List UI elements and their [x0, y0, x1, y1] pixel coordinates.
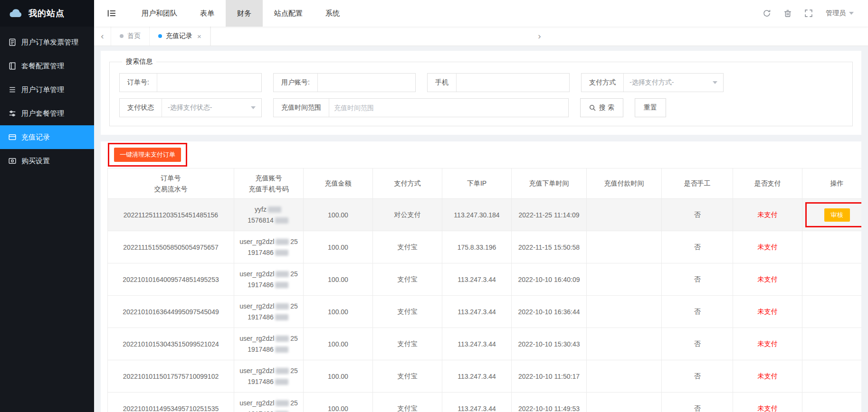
redacted-text	[276, 303, 289, 309]
content: 搜索信息 订单号: 用户账号: 手机	[94, 46, 868, 412]
trash-icon[interactable]	[784, 9, 792, 17]
user-account-input[interactable]	[318, 74, 415, 92]
cell-manual: 否	[662, 360, 733, 393]
table-row: 20221010163644995097545049user_rg2dzl251…	[108, 296, 862, 328]
table-row: 20221115155058505054975657user_rg2dzl251…	[108, 231, 862, 263]
cell-pay-method: 支付宝	[373, 231, 442, 263]
cell-action	[802, 393, 862, 412]
topnav-item[interactable]: 财务	[226, 0, 263, 27]
cell-amount: 100.00	[304, 263, 373, 296]
cell-paid-status: 未支付	[733, 328, 802, 360]
search-row-1: 订单号: 用户账号: 手机 支付方式 -选	[119, 73, 843, 92]
cell-paid-status: 未支付	[733, 263, 802, 296]
sidebar-item[interactable]: 用户订单发票管理	[0, 30, 94, 54]
cell-pay-time	[587, 328, 662, 360]
time-range-input[interactable]	[329, 99, 568, 117]
cell-account: user_rg2dzl251917486	[234, 328, 304, 360]
sidebar-item[interactable]: 购买设置	[0, 149, 94, 173]
cell-manual: 否	[662, 231, 733, 263]
table-row: 20221010164009574851495253user_rg2dzl251…	[108, 263, 862, 296]
cell-ip: 113.247.3.44	[442, 296, 512, 328]
audit-button[interactable]: 审核	[824, 208, 850, 222]
tab[interactable]: 充值记录×	[150, 27, 210, 46]
cell-amount: 100.00	[304, 393, 373, 412]
cell-order-no: 20221010153043515099521024	[108, 328, 234, 360]
cell-action	[802, 263, 862, 296]
order-no-field: 订单号:	[119, 73, 262, 92]
col-amount: 充值金额	[304, 169, 373, 199]
sidebar-item-label: 用户订单管理	[21, 85, 64, 94]
redacted-text	[275, 379, 288, 385]
cell-pay-method: 对公支付	[373, 199, 442, 231]
topnav-item[interactable]: 站点配置	[263, 0, 314, 27]
pay-method-select[interactable]: 支付方式 -选择支付方式-	[581, 73, 724, 92]
cell-pay-time	[587, 231, 662, 263]
search-panel: 搜索信息 订单号: 用户账号: 手机	[101, 51, 861, 135]
redacted-text	[275, 282, 288, 288]
fullscreen-icon[interactable]	[805, 9, 812, 17]
brand[interactable]: 我的站点	[0, 0, 94, 27]
user-menu[interactable]: 管理员	[826, 9, 854, 18]
redacted-text	[276, 336, 289, 342]
cell-amount: 100.00	[304, 360, 373, 393]
redacted-text	[276, 271, 289, 277]
reset-button[interactable]: 重置	[635, 98, 666, 117]
sidebar-item-label: 购买设置	[21, 157, 50, 166]
order-list-icon	[9, 86, 16, 94]
redacted-text	[275, 346, 288, 353]
table-row: 20221010114953495710251535user_rg2dzl251…	[108, 393, 862, 412]
sidebar-item[interactable]: 套餐配置管理	[0, 54, 94, 78]
cell-account: user_rg2dzl251917486	[234, 263, 304, 296]
table-header: 订单号交易流水号 充值账号充值手机号码 充值金额 支付方式 下单IP 充值下单时…	[108, 169, 862, 199]
cell-manual: 否	[662, 296, 733, 328]
cell-manual: 否	[662, 199, 733, 231]
collapse-sidebar-icon[interactable]	[107, 9, 116, 17]
tab-label: 首页	[127, 32, 141, 40]
tab-list: 首页充值记录×	[111, 27, 210, 46]
cell-order-time: 2022-10-10 16:40:09	[512, 263, 587, 296]
sidebar: 我的站点 用户订单发票管理套餐配置管理用户订单管理用户套餐管理充值记录购买设置	[0, 0, 94, 412]
sidebar-item[interactable]: 用户订单管理	[0, 78, 94, 102]
table-toolbar: 一键清理未支付订单	[107, 141, 855, 168]
cell-order-time: 2022-10-10 11:50:17	[512, 360, 587, 393]
main-column: 用户和团队表单财务站点配置系统 管理员 ‹ 首页充值记录×	[94, 0, 868, 412]
cell-pay-method: 支付宝	[373, 263, 442, 296]
topnav-item[interactable]: 表单	[189, 0, 226, 27]
sidebar-menu: 用户订单发票管理套餐配置管理用户订单管理用户套餐管理充值记录购买设置	[0, 27, 94, 173]
cell-amount: 100.00	[304, 296, 373, 328]
col-pay-method: 支付方式	[373, 169, 442, 199]
topbar: 用户和团队表单财务站点配置系统 管理员	[94, 0, 868, 27]
chevron-down-icon	[251, 106, 256, 109]
cell-order-time: 2022-10-10 15:30:43	[512, 328, 587, 360]
phone-input[interactable]	[457, 74, 569, 92]
cell-ip: 113.247.3.44	[442, 263, 512, 296]
search-button[interactable]: 搜 索	[580, 98, 623, 117]
cell-order-time: 2022-10-10 16:36:44	[512, 296, 587, 328]
order-no-label: 订单号:	[120, 74, 157, 92]
cell-order-no: 20221010114953495710251535	[108, 393, 234, 412]
topnav-item[interactable]: 系统	[314, 0, 351, 27]
sidebar-item[interactable]: 用户套餐管理	[0, 102, 94, 125]
redacted-text	[275, 314, 288, 320]
tab-status-dot-icon	[120, 34, 124, 38]
tab-close-icon[interactable]: ×	[197, 33, 201, 40]
invoice-manage-icon	[9, 38, 16, 46]
pay-status-select[interactable]: 支付状态 -选择支付状态-	[119, 98, 262, 117]
topnav-item[interactable]: 用户和团队	[130, 0, 189, 27]
time-range-field: 充值时间范围	[273, 98, 569, 117]
tabs-scroll-right-icon[interactable]: ›	[210, 27, 868, 46]
tabs-scroll-left-icon[interactable]: ‹	[94, 27, 111, 46]
col-order-no: 订单号交易流水号	[108, 169, 234, 199]
order-no-input[interactable]	[157, 74, 261, 92]
cell-ip: 113.247.3.44	[442, 328, 512, 360]
sidebar-item-label: 用户套餐管理	[21, 109, 64, 118]
redacted-text	[275, 250, 288, 256]
cell-order-no: 20221115155058505054975657	[108, 231, 234, 263]
cell-order-time: 2022-11-25 11:14:09	[512, 199, 587, 231]
refresh-icon[interactable]	[763, 9, 771, 17]
clean-unpaid-orders-button[interactable]: 一键清理未支付订单	[114, 148, 181, 162]
tab[interactable]: 首页	[111, 27, 150, 46]
clean-button-wrap: 一键清理未支付订单	[114, 148, 181, 162]
sidebar-item[interactable]: 充值记录	[0, 125, 94, 149]
cell-action	[802, 328, 862, 360]
